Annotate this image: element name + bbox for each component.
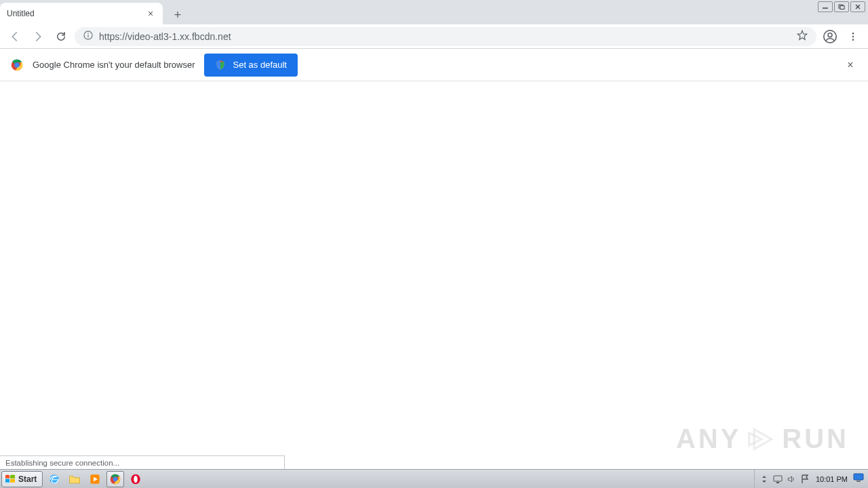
- taskbar-explorer-icon[interactable]: [66, 471, 83, 487]
- default-browser-infobar: Google Chrome isn't your default browser…: [0, 49, 868, 81]
- svg-point-11: [852, 35, 854, 37]
- svg-point-6: [87, 33, 89, 35]
- chrome-logo-icon: [11, 59, 23, 71]
- taskbar-ie-icon[interactable]: [45, 471, 63, 487]
- start-button[interactable]: Start: [1, 471, 43, 487]
- svg-point-12: [852, 39, 854, 41]
- tab-title: Untitled: [7, 9, 145, 18]
- page-content: [0, 81, 868, 469]
- maximize-button[interactable]: [834, 1, 849, 12]
- forward-button[interactable]: [28, 27, 47, 46]
- svg-rect-22: [774, 476, 782, 481]
- new-tab-button[interactable]: +: [168, 5, 187, 24]
- bookmark-star-icon[interactable]: [796, 29, 808, 43]
- set-default-label: Set as default: [233, 60, 287, 70]
- tray-monitor-icon[interactable]: [853, 473, 864, 485]
- browser-toolbar: https://video-atl3-1.xx.fbcdn.net: [0, 24, 868, 49]
- profile-icon[interactable]: [821, 27, 840, 46]
- system-tray: 10:01 PM: [754, 470, 868, 488]
- svg-point-10: [852, 33, 854, 35]
- svg-rect-2: [840, 6, 844, 9]
- status-bar: Establishing secure connection...: [0, 455, 285, 469]
- svg-point-9: [828, 33, 832, 37]
- address-bar[interactable]: https://video-atl3-1.xx.fbcdn.net: [75, 27, 816, 46]
- tray-flag-icon[interactable]: [800, 474, 810, 485]
- status-text: Establishing secure connection...: [5, 459, 119, 467]
- svg-rect-23: [776, 482, 779, 483]
- window-controls: [818, 1, 865, 12]
- taskbar-media-icon[interactable]: [86, 471, 104, 487]
- svg-point-15: [15, 63, 18, 66]
- back-button[interactable]: [5, 27, 24, 46]
- set-default-button[interactable]: Set as default: [204, 54, 298, 77]
- tray-expand-icon[interactable]: [759, 474, 770, 485]
- close-window-button[interactable]: [850, 1, 865, 12]
- reload-button[interactable]: [52, 27, 71, 46]
- close-tab-icon[interactable]: ×: [145, 8, 156, 19]
- svg-rect-25: [856, 481, 861, 482]
- taskbar-opera-icon[interactable]: [127, 471, 144, 487]
- tray-device-icon[interactable]: [772, 474, 783, 485]
- shield-icon: [215, 60, 226, 70]
- infobar-message: Google Chrome isn't your default browser: [33, 60, 195, 70]
- infobar-close-icon[interactable]: ×: [844, 58, 857, 72]
- taskbar-clock[interactable]: 10:01 PM: [813, 475, 850, 483]
- windows-flag-icon: [5, 474, 16, 484]
- windows-taskbar: Start 10:01 PM: [0, 469, 868, 488]
- taskbar-chrome-icon[interactable]: [106, 471, 124, 487]
- url-text: https://video-atl3-1.xx.fbcdn.net: [99, 31, 791, 42]
- svg-point-19: [113, 476, 117, 481]
- start-label: Start: [18, 474, 37, 484]
- svg-rect-24: [854, 474, 863, 480]
- svg-point-21: [134, 475, 138, 483]
- menu-icon[interactable]: [844, 27, 863, 46]
- site-info-icon[interactable]: [83, 30, 94, 43]
- minimize-button[interactable]: [818, 1, 833, 12]
- tray-volume-icon[interactable]: [786, 474, 797, 485]
- tab-strip: Untitled × +: [0, 0, 868, 24]
- browser-tab[interactable]: Untitled ×: [0, 3, 163, 24]
